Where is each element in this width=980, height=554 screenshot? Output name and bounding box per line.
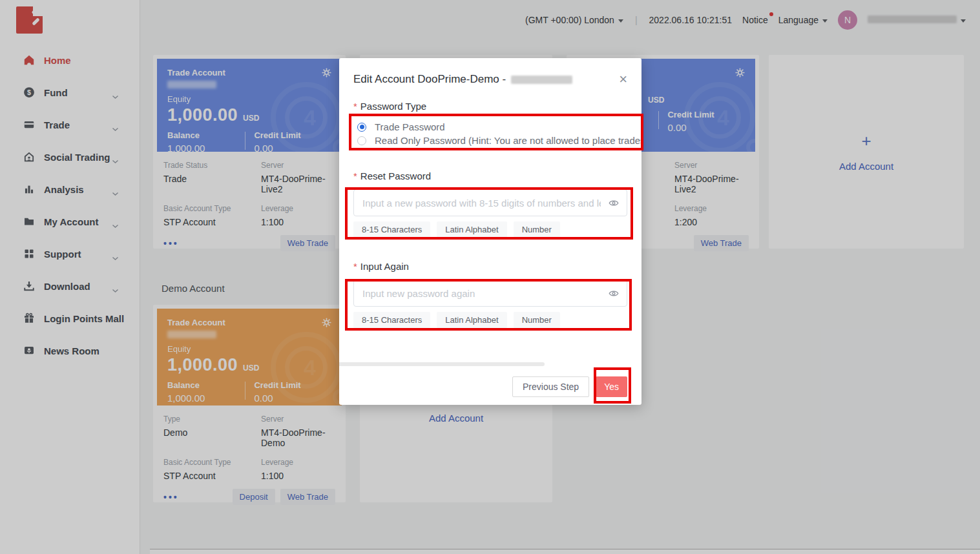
rule-tag: 8-15 Characters	[353, 312, 430, 328]
password-rules: 8-15 Characters Latin Alphabet Number	[353, 221, 641, 238]
input-again-label: *Input Again	[339, 261, 641, 272]
confirm-password-input[interactable]	[353, 280, 627, 307]
edit-account-modal: Edit Account DooPrime-Demo - × *Password…	[339, 58, 641, 405]
rule-tag: Latin Alphabet	[437, 221, 506, 238]
radio-selected-icon	[357, 123, 366, 132]
page: Home $ Fund Trade Social Trading Analysi…	[0, 0, 980, 554]
reset-password-field	[353, 189, 627, 216]
password-type-label: *Password Type	[339, 101, 641, 112]
previous-step-button[interactable]: Previous Step	[512, 376, 589, 397]
horizontal-scrollbar[interactable]	[339, 362, 545, 366]
eye-icon[interactable]	[609, 198, 619, 210]
radio-unselected-icon	[357, 136, 366, 145]
rule-tag: Latin Alphabet	[437, 312, 506, 328]
modal-footer: Previous Step Yes	[512, 376, 627, 397]
radio-trade-password[interactable]: Trade Password	[339, 120, 641, 134]
reset-password-label: *Reset Password	[339, 170, 641, 181]
eye-icon[interactable]	[609, 289, 619, 300]
password-rules: 8-15 Characters Latin Alphabet Number	[353, 312, 641, 328]
confirm-password-field	[353, 280, 627, 307]
account-number-redacted	[511, 76, 572, 84]
close-icon[interactable]: ×	[619, 73, 627, 86]
modal-title: Edit Account DooPrime-Demo -	[353, 71, 506, 88]
rule-tag: 8-15 Characters	[353, 221, 430, 238]
new-password-input[interactable]	[353, 189, 627, 216]
rule-tag: Number	[514, 221, 560, 238]
password-type-radio-group: Trade Password Read Only Password (Hint:…	[339, 120, 641, 147]
radio-read-only-password[interactable]: Read Only Password (Hint: You are not al…	[339, 134, 641, 147]
yes-button[interactable]: Yes	[596, 376, 627, 397]
rule-tag: Number	[514, 312, 560, 328]
